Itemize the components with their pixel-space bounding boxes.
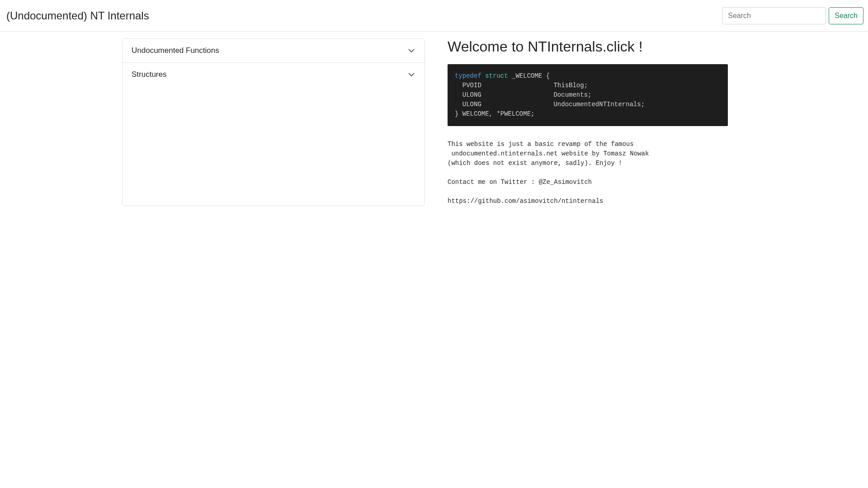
accordion-header-structures[interactable]: Structures — [123, 63, 425, 86]
accordion-label: Undocumented Functions — [132, 46, 219, 55]
code-text: } WELCOME, *PWELCOME; — [455, 110, 534, 117]
page-title: Welcome to NTInternals.click ! — [448, 38, 728, 55]
chevron-down-icon — [407, 70, 415, 79]
accordion-item-structures: Structures — [123, 63, 425, 86]
search-area: Search — [722, 7, 863, 24]
sidebar-accordion: Undocumented Functions Structures — [122, 38, 425, 206]
search-button[interactable]: Search — [829, 7, 863, 24]
search-input[interactable] — [722, 7, 826, 24]
code-text: PVOID ThisBlog; — [455, 82, 588, 89]
accordion-header-functions[interactable]: Undocumented Functions — [123, 39, 425, 62]
code-block: typedef struct _WELCOME { PVOID ThisBlog… — [448, 64, 728, 126]
description-text: This website is just a basic revamp of t… — [448, 140, 728, 206]
brand-link[interactable]: (Undocumented) NT Internals — [5, 9, 149, 22]
chevron-down-icon — [407, 47, 415, 55]
content-area: Welcome to NTInternals.click ! typedef s… — [448, 38, 728, 206]
code-text: ULONG UndocumentedNTInternals; — [455, 101, 645, 108]
keyword-typedef: typedef — [455, 72, 481, 80]
code-text: ULONG Documents; — [455, 91, 591, 99]
code-text: _WELCOME { — [508, 72, 550, 80]
main-container: Undocumented Functions Structures Welcom… — [0, 32, 868, 206]
navbar: (Undocumented) NT Internals Search — [0, 0, 868, 32]
accordion-item-functions: Undocumented Functions — [123, 39, 425, 63]
accordion-label: Structures — [132, 70, 166, 79]
keyword-struct: struct — [485, 72, 508, 80]
